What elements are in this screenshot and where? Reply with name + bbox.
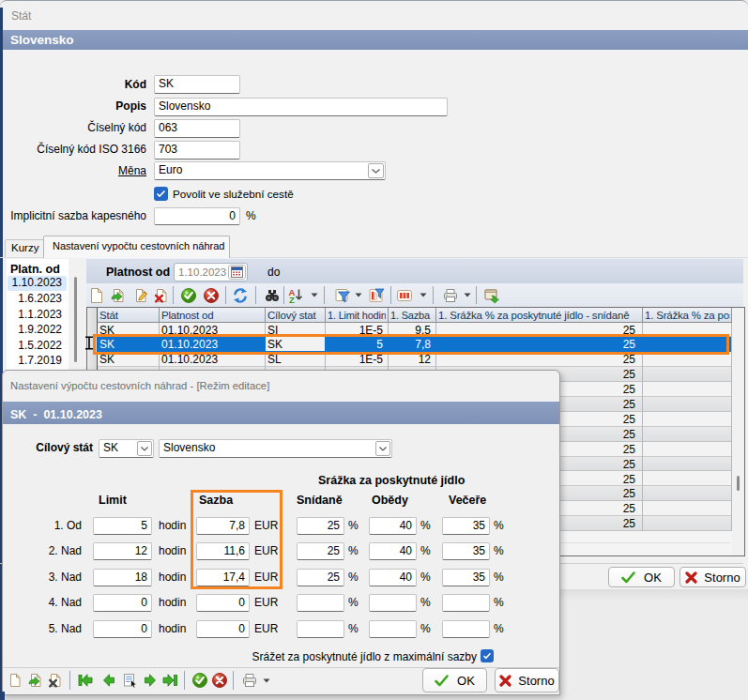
svg-text:Z: Z: [289, 295, 295, 304]
